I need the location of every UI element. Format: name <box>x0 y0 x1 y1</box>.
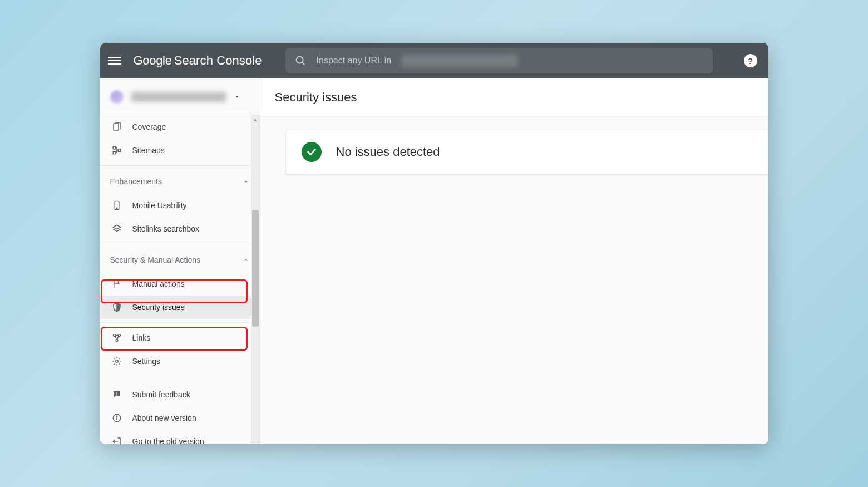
sidebar-item-settings[interactable]: Settings <box>100 350 260 373</box>
sidebar-item-label: Sitelinks searchbox <box>132 224 200 233</box>
sidebar-item-sitemaps[interactable]: Sitemaps <box>100 139 260 162</box>
sitemap-icon <box>111 145 122 155</box>
page-title: Security issues <box>275 90 357 105</box>
brand-product-text: Search Console <box>174 53 262 68</box>
sidebar-item-label: Submit feedback <box>132 390 190 399</box>
sidebar-item-label: About new version <box>132 414 196 422</box>
status-message: No issues detected <box>336 145 440 159</box>
links-icon <box>111 333 122 343</box>
shield-icon <box>111 302 122 312</box>
svg-point-7 <box>116 208 117 209</box>
sidebar-item-label: Links <box>132 333 151 342</box>
svg-rect-2 <box>114 124 119 130</box>
sidebar-section-security-manual[interactable]: Security & Manual Actions <box>100 248 260 272</box>
app-body: Coverage Sitemaps Enhancements <box>100 78 768 444</box>
divider <box>100 244 260 244</box>
svg-line-1 <box>302 62 304 65</box>
caret-down-icon <box>234 94 240 100</box>
sidebar-item-label: Go to the old version <box>132 437 204 444</box>
brand-logo: Google Search Console <box>134 53 262 68</box>
search-icon <box>294 55 307 67</box>
sidebar-item-coverage[interactable]: Coverage <box>100 115 260 139</box>
sidebar-item-manual-actions[interactable]: Manual actions <box>100 272 260 296</box>
svg-point-16 <box>116 416 117 417</box>
brand-google-text: Google <box>134 53 172 68</box>
top-bar: Google Search Console Inspect any URL in… <box>100 43 768 78</box>
sidebar-item-go-to-old-version[interactable]: Go to the old version <box>100 430 260 444</box>
svg-rect-13 <box>116 395 117 396</box>
svg-point-10 <box>116 340 118 342</box>
sidebar-item-label: Coverage <box>132 122 166 131</box>
sidebar: Coverage Sitemaps Enhancements <box>100 78 260 444</box>
sidebar-item-label: Manual actions <box>132 279 185 288</box>
mobile-icon <box>111 200 122 210</box>
status-card: No issues detected <box>286 130 768 174</box>
chevron-up-icon <box>242 256 250 264</box>
url-inspect-search[interactable]: Inspect any URL in <box>285 48 713 73</box>
sidebar-item-label: Security issues <box>132 303 185 312</box>
content-area: No issues detected <box>260 116 768 174</box>
gear-icon <box>111 356 122 366</box>
svg-rect-3 <box>113 146 116 149</box>
feedback-icon <box>111 390 122 400</box>
search-property-url-blurred <box>401 55 518 67</box>
flag-icon <box>111 279 122 289</box>
chevron-up-icon <box>242 178 250 185</box>
layers-icon <box>111 224 122 234</box>
sidebar-scrollbar[interactable]: ▴ <box>251 115 260 444</box>
svg-rect-4 <box>113 151 116 154</box>
sidebar-item-links[interactable]: Links <box>100 326 260 350</box>
sidebar-item-label: Mobile Usability <box>132 201 187 210</box>
scroll-thumb[interactable] <box>252 210 259 327</box>
help-button[interactable]: ? <box>744 54 757 67</box>
divider <box>100 322 260 323</box>
sidebar-item-about-new-version[interactable]: About new version <box>100 406 260 430</box>
svg-rect-5 <box>118 149 121 152</box>
sidebar-nav: Coverage Sitemaps Enhancements <box>100 115 260 444</box>
sidebar-section-enhancements[interactable]: Enhancements <box>100 169 260 194</box>
main-content: Security issues No issues detected <box>260 78 768 444</box>
sidebar-item-submit-feedback[interactable]: Submit feedback <box>100 383 260 406</box>
sidebar-section-label: Security & Manual Actions <box>110 255 201 264</box>
property-favicon <box>110 90 124 104</box>
sidebar-item-security-issues[interactable]: Security issues <box>100 296 260 319</box>
svg-rect-12 <box>116 392 117 394</box>
menu-button[interactable] <box>108 54 121 67</box>
scroll-up-arrow-icon[interactable]: ▴ <box>251 116 260 122</box>
sidebar-section-label: Enhancements <box>110 177 162 186</box>
info-icon <box>111 413 122 423</box>
page-header: Security issues <box>260 78 768 116</box>
exit-icon <box>111 436 122 444</box>
divider <box>100 165 260 166</box>
coverage-icon <box>111 122 122 132</box>
check-circle-icon <box>302 142 322 162</box>
sidebar-item-sitelinks-searchbox[interactable]: Sitelinks searchbox <box>100 217 260 240</box>
sidebar-item-label: Sitemaps <box>132 146 165 155</box>
property-name-blurred <box>131 92 226 102</box>
search-placeholder-prefix: Inspect any URL in <box>317 56 392 66</box>
sidebar-item-label: Settings <box>132 357 161 366</box>
app-window: Google Search Console Inspect any URL in… <box>100 43 768 444</box>
sidebar-item-mobile-usability[interactable]: Mobile Usability <box>100 194 260 217</box>
svg-point-11 <box>115 360 118 363</box>
property-selector[interactable] <box>100 78 260 115</box>
svg-point-0 <box>296 57 303 63</box>
